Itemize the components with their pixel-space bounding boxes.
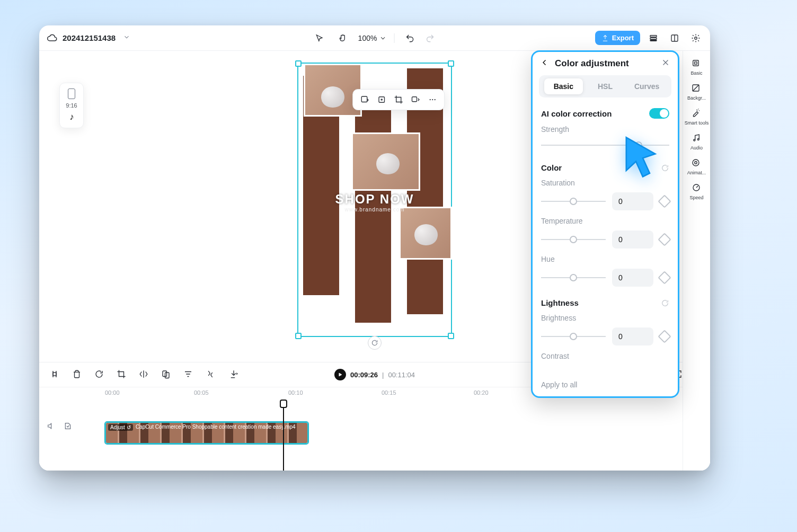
aspect-phone-icon [68, 88, 75, 99]
play-button[interactable] [334, 369, 346, 380]
saturation-slider[interactable] [541, 195, 606, 208]
project-dropdown-icon[interactable] [123, 33, 130, 43]
svg-rect-17 [695, 62, 697, 65]
layers-icon[interactable] [645, 30, 661, 46]
top-bar: 202412151438 100% Export [39, 25, 710, 51]
reverse-icon[interactable] [206, 369, 216, 380]
apply-to-all[interactable]: Apply to all [533, 373, 678, 396]
canvas-headline: SHOP NOW [298, 192, 451, 207]
rail-audio[interactable]: Audio [690, 133, 703, 150]
panel-back-icon[interactable] [540, 58, 550, 69]
hue-slider[interactable] [541, 271, 606, 284]
filter-list-icon[interactable] [183, 369, 194, 380]
project-title[interactable]: 202412151438 [63, 33, 116, 42]
lightness-heading: Lightness [541, 298, 579, 307]
tab-curves[interactable]: Curves [627, 78, 666, 94]
duplicate-icon[interactable] [161, 369, 172, 380]
timeline-tracks[interactable]: Adjust ↺ CapCut Commerce Pro Shoppable c… [39, 401, 710, 464]
panel-title: Color adjustment [555, 58, 629, 69]
delete-icon[interactable] [72, 369, 83, 380]
resize-handle-tr[interactable] [448, 60, 454, 67]
ruler-tick: 00:05 [194, 389, 209, 396]
undo-icon[interactable] [402, 30, 418, 46]
hand-tool-icon[interactable] [335, 30, 351, 46]
rail-smart-tools[interactable]: Smart tools [685, 108, 709, 126]
timeline-clip[interactable]: Adjust ↺ CapCut Commerce Pro Shoppable c… [105, 422, 308, 444]
saturation-value[interactable]: 0 [612, 192, 653, 210]
color-heading: Color [541, 163, 562, 172]
layout-panels-icon[interactable] [667, 30, 683, 46]
brightness-value[interactable]: 0 [612, 327, 653, 345]
saturation-keyframe-icon[interactable] [658, 194, 671, 208]
brightness-keyframe-icon[interactable] [658, 330, 671, 343]
svg-rect-0 [650, 35, 657, 37]
temperature-label: Temperature [541, 217, 669, 225]
svg-point-9 [430, 99, 431, 100]
svg-rect-6 [379, 97, 385, 103]
ruler-tick: 00:00 [105, 389, 120, 396]
svg-rect-14 [165, 373, 170, 378]
separator [394, 33, 394, 43]
download-dropdown-icon[interactable] [228, 369, 238, 380]
aspect-pill[interactable]: 9:16 ♪ [59, 83, 84, 128]
rail-animation[interactable]: Animat... [687, 158, 706, 175]
playhead[interactable] [283, 401, 284, 471]
reset-lightness-icon[interactable] [661, 299, 669, 307]
settings-gear-icon[interactable] [688, 30, 704, 46]
svg-rect-8 [412, 97, 417, 102]
tutorial-cursor-icon [622, 135, 663, 182]
svg-rect-16 [693, 60, 699, 66]
panel-close-icon[interactable] [661, 58, 670, 69]
rail-basic[interactable]: Basic [690, 58, 702, 76]
mirror-icon[interactable] [139, 369, 149, 380]
temperature-slider[interactable] [541, 233, 606, 246]
more-options-icon[interactable] [427, 94, 438, 105]
crop-timeline-icon[interactable] [117, 369, 127, 380]
track-marker-icon[interactable] [64, 422, 72, 432]
svg-rect-1 [650, 38, 657, 39]
fit-icon[interactable] [376, 94, 387, 105]
select-tool-icon[interactable] [312, 30, 327, 46]
mute-track-icon[interactable] [47, 422, 55, 432]
hue-keyframe-icon[interactable] [658, 271, 671, 284]
replace-media-icon[interactable] [359, 94, 370, 105]
playback-current: 00:09:26 [350, 371, 378, 379]
aspect-ratio-label: 9:16 [66, 102, 77, 109]
tab-basic[interactable]: Basic [544, 78, 583, 94]
rotate-handle-icon[interactable] [368, 336, 382, 350]
ruler-tick: 00:15 [382, 389, 396, 396]
crop-icon[interactable] [393, 94, 404, 105]
hue-value[interactable]: 0 [612, 269, 653, 287]
temperature-keyframe-icon[interactable] [658, 233, 671, 246]
brightness-slider[interactable] [541, 330, 606, 343]
canvas-floating-toolbar [352, 89, 445, 110]
rail-background[interactable]: Backgr... [687, 83, 706, 101]
zoom-level[interactable]: 100% [358, 34, 387, 42]
clip-filename: CapCut Commerce Pro Shoppable content cr… [136, 424, 296, 430]
resize-handle-bl[interactable] [295, 333, 302, 339]
svg-rect-2 [650, 40, 657, 41]
svg-point-7 [381, 99, 382, 100]
split-icon[interactable] [50, 369, 60, 380]
svg-rect-13 [163, 371, 167, 377]
export-label: Export [612, 34, 634, 42]
rotate-icon[interactable] [94, 369, 105, 380]
playback-separator: | [382, 371, 384, 379]
svg-rect-12 [53, 373, 56, 376]
tab-hsl[interactable]: HSL [586, 78, 625, 94]
svg-point-22 [695, 162, 697, 164]
resize-handle-tl[interactable] [295, 60, 302, 67]
export-button[interactable]: Export [595, 31, 640, 45]
svg-point-11 [435, 99, 436, 100]
temperature-value[interactable]: 0 [612, 230, 653, 249]
redo-icon [422, 30, 438, 46]
rail-speed[interactable]: Speed [689, 183, 703, 200]
svg-point-21 [693, 159, 699, 166]
strength-label: Strength [541, 125, 669, 134]
hue-label: Hue [541, 255, 669, 263]
transform-dropdown-icon[interactable] [410, 94, 421, 105]
cloud-saved-icon[interactable] [47, 33, 57, 43]
resize-handle-br[interactable] [448, 333, 454, 339]
ai-correction-toggle[interactable] [649, 108, 669, 119]
panel-tabs: Basic HSL Curves [539, 75, 671, 97]
